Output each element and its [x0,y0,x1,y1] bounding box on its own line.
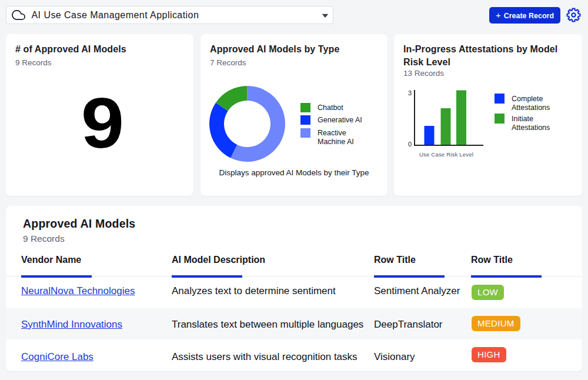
svg-text:0: 0 [408,141,412,148]
svg-text:3: 3 [408,89,412,96]
